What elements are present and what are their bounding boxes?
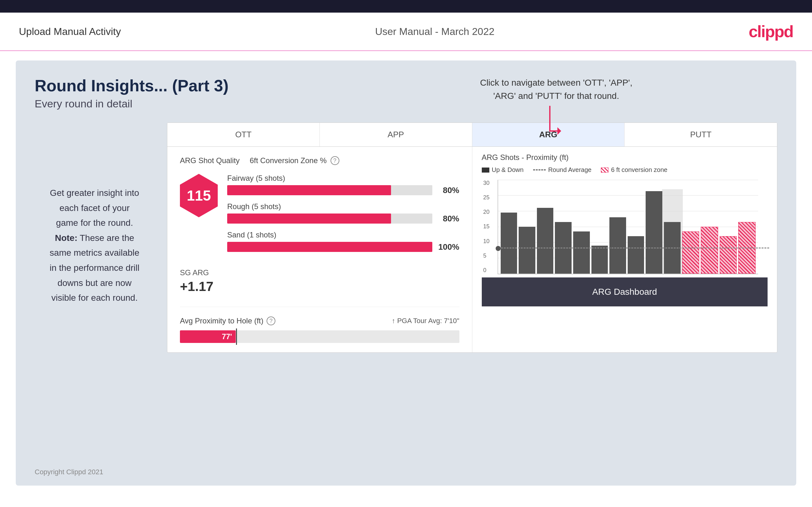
chart-legend: Up & Down Round Average 6 ft conversion …: [482, 166, 768, 173]
chart-bar-1: [501, 213, 517, 274]
chart-bar-3: [537, 208, 554, 274]
chart-bar-8: [628, 236, 644, 274]
navigation-arrow-icon: [544, 106, 569, 144]
doc-title: User Manual - March 2022: [375, 26, 494, 38]
tab-ott[interactable]: OTT: [167, 123, 320, 147]
tabs-row: OTT APP ARG PUTT: [167, 123, 777, 147]
dashed-avg-line: 8: [498, 247, 769, 248]
left-panel: Get greater insight into each facet of y…: [35, 122, 154, 353]
sg-section: SG ARG +1.17: [180, 268, 459, 294]
bar-row-fairway: Fairway (5 shots) 80%: [227, 174, 459, 195]
dashed-dot: [496, 246, 501, 251]
legend-up-down-label: Up & Down: [492, 166, 524, 173]
proximity-section: Avg Proximity to Hole (ft) ? ↑ PGA Tour …: [180, 307, 459, 343]
hex-value: 115: [187, 187, 211, 204]
legend-conversion-label: 6 ft conversion zone: [611, 166, 667, 173]
top-bar: [0, 0, 812, 13]
chart-bar-9: [646, 191, 662, 274]
legend-round-avg-label: Round Average: [548, 166, 592, 173]
left-section: ARG Shot Quality 6ft Conversion Zone % ?…: [167, 147, 472, 352]
proximity-header: Avg Proximity to Hole (ft) ? ↑ PGA Tour …: [180, 317, 459, 325]
content-area: Round Insights... (Part 3) Every round i…: [16, 60, 796, 486]
main-layout: Get greater insight into each facet of y…: [35, 122, 777, 353]
proximity-title: Avg Proximity to Hole (ft) ?: [180, 317, 275, 325]
chart-bar-12: [701, 227, 718, 274]
bar-fill-fairway: [227, 185, 391, 195]
tab-putt[interactable]: PUTT: [624, 123, 777, 147]
chart-bar-5: [573, 231, 590, 274]
proximity-bar-fill: 77': [180, 330, 236, 343]
bar-pct-rough: 80%: [437, 214, 459, 224]
y-label-10: 10: [484, 238, 490, 245]
bar-fairway: 80%: [227, 185, 459, 195]
quality-title: ARG Shot Quality: [180, 156, 240, 165]
svg-marker-0: [557, 127, 561, 135]
bar-label-sand: Sand (1 shots): [227, 230, 459, 239]
legend-hatched-icon: [601, 168, 608, 173]
help-icon[interactable]: ?: [331, 156, 339, 165]
arg-dashboard-button[interactable]: ARG Dashboard: [482, 277, 768, 306]
hexagon: 115: [180, 174, 218, 217]
sg-label: SG ARG: [180, 268, 459, 277]
bar-pct-sand: 100%: [437, 242, 459, 252]
sg-value: +1.17: [180, 279, 459, 294]
y-label-30: 30: [484, 180, 490, 186]
right-section: ARG Shots - Proximity (ft) Up & Down Rou…: [472, 147, 777, 352]
bar-fill-sand: [227, 242, 432, 252]
upload-label: Upload Manual Activity: [19, 26, 121, 38]
section-header-left: ARG Shot Quality 6ft Conversion Zone % ?: [180, 156, 459, 165]
bar-label-rough: Rough (5 shots): [227, 202, 459, 211]
proximity-bar-track: 77': [180, 330, 459, 343]
pga-avg: ↑ PGA Tour Avg: 7'10": [392, 317, 459, 325]
logo: clippd: [749, 22, 793, 41]
chart-bar-2: [519, 227, 535, 274]
chart-bar-7: [609, 217, 626, 274]
conversion-title: 6ft Conversion Zone %: [250, 156, 326, 165]
bar-track-sand: [227, 242, 432, 252]
y-label-0: 0: [484, 267, 490, 274]
dashboard-panel: OTT APP ARG PUTT ARG Shot Quality 6ft Co…: [167, 122, 777, 353]
chart-bar-13: [720, 236, 737, 274]
tab-app[interactable]: APP: [320, 123, 472, 147]
chart-title: ARG Shots - Proximity (ft): [482, 153, 569, 162]
proximity-cursor: [236, 329, 237, 345]
bars-container: [498, 180, 758, 274]
chart-area: 8: [498, 180, 758, 274]
bar-label-fairway: Fairway (5 shots): [227, 174, 459, 183]
page-subtitle: Every round in detail: [35, 98, 777, 110]
legend-conversion: 6 ft conversion zone: [601, 166, 667, 173]
footer: Copyright Clippd 2021: [35, 468, 103, 476]
bar-track-fairway: [227, 185, 432, 195]
chart-bar-6: [592, 246, 608, 274]
legend-round-avg: Round Average: [533, 166, 592, 173]
bar-fill-rough: [227, 214, 391, 224]
chart-bar-11: [682, 231, 700, 274]
y-label-20: 20: [484, 209, 490, 215]
proximity-value: 77': [222, 332, 232, 341]
y-label-5: 5: [484, 252, 490, 259]
page-title: Round Insights... (Part 3): [35, 76, 777, 95]
y-label-15: 15: [484, 223, 490, 230]
chart-wrapper: 30 25 20 15 10 5 0: [498, 180, 758, 274]
bar-row-sand: Sand (1 shots) 100%: [227, 230, 459, 252]
y-label-25: 25: [484, 194, 490, 201]
header: Upload Manual Activity User Manual - Mar…: [0, 13, 812, 51]
bar-sand: 100%: [227, 242, 459, 252]
bars-section: Fairway (5 shots) 80% Rough (5 shots): [227, 174, 459, 259]
bar-rough: 80%: [227, 214, 459, 224]
copyright-text: Copyright Clippd 2021: [35, 468, 103, 476]
proximity-help-icon[interactable]: ?: [266, 317, 275, 325]
legend-box-icon: [482, 168, 489, 173]
legend-up-down: Up & Down: [482, 166, 524, 173]
bar-row-rough: Rough (5 shots) 80%: [227, 202, 459, 224]
bar-pct-fairway: 80%: [437, 185, 459, 195]
hexagon-container: 115: [180, 174, 218, 217]
navigation-hint: Click to navigate between 'OTT', 'APP', …: [480, 76, 632, 144]
legend-dashed-icon: [533, 169, 546, 170]
panel-body: ARG Shot Quality 6ft Conversion Zone % ?…: [167, 147, 777, 352]
bar-track-rough: [227, 214, 432, 224]
